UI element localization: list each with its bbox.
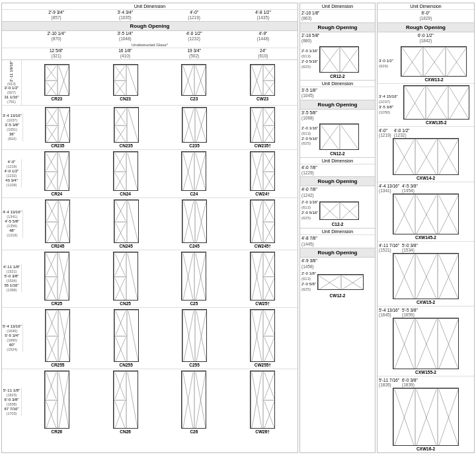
right-row-5: 5'-4 13/16" (1645) 5'-5 3/8" (1659) <box>377 306 474 376</box>
left-top-dim-1: 3'-4 3/4" (1035) <box>91 10 159 21</box>
left-row-2: 4'-0" (1219) 4'-0 1/2" (1232) 43 3/4" (1… <box>2 150 298 198</box>
svg-rect-105 <box>114 200 139 243</box>
svg-rect-230 <box>320 124 359 150</box>
svg-rect-128 <box>45 252 69 301</box>
right-row-3: 4'-4 13/16" (1341) 4'-5 3/8" (1354) <box>377 182 474 242</box>
svg-rect-49 <box>182 108 207 143</box>
svg-rect-64 <box>45 152 69 191</box>
left-row-1: 3'-4 13/16" (1037) 3'-5 3/8" (1051) 36" … <box>2 106 298 150</box>
left-row-0: 2'-11 19/16" (913) 3'-0 1/2" (927) 31 1/… <box>2 60 298 106</box>
left-unob-header: Unobstructed Glass* <box>2 42 298 48</box>
left-row-4: 4'-11 1/8" (1521) 5'-0 3/8" (1534) 55 1/… <box>2 250 298 308</box>
svg-rect-81 <box>182 152 206 191</box>
svg-rect-209 <box>182 371 206 429</box>
svg-rect-201 <box>114 371 138 429</box>
left-top-dim-2: 4'-0" (1219) <box>161 10 228 21</box>
svg-rect-17 <box>182 65 206 96</box>
svg-rect-235 <box>320 202 359 220</box>
window-cr23: CR23 <box>23 64 91 101</box>
window-cn23: CN23 <box>92 64 159 101</box>
left-top-dims-values: 2'-9 3/4" (857) 3'-4 3/4" (1035) 4'-0" (… <box>22 10 297 21</box>
right-row-0: 3'-0 1/2" (926) CXW13-2 <box>377 45 474 84</box>
left-rough-dims-row: 2'-10 1/4" (870) 3'-5 1/4" (1048) 4'-0 1… <box>2 31 298 42</box>
svg-rect-301 <box>393 388 459 446</box>
mid-group-2: Unit Dimension 4'-0 7/8" (1229) Rough Op… <box>300 158 375 229</box>
left-section: Unit Dimension 2'-9 3/4" (857) 3'-4 3/4"… <box>1 3 298 453</box>
right-row-2: 4'-0" (1219) 4'-0 1/2" (1232) <box>377 127 474 182</box>
window-cw23: CW23 <box>229 64 296 101</box>
left-top-dim-0: 2'-9 3/4" (857) <box>22 10 90 21</box>
left-unit-dim-header: Unit Dimension <box>2 3 298 10</box>
svg-rect-73 <box>114 152 138 191</box>
svg-rect-177 <box>182 310 207 362</box>
svg-rect-96 <box>46 200 70 243</box>
svg-rect-32 <box>46 108 70 143</box>
right-row-4: 4'-11 7/16" (1521) 5'-0 3/8" (1534) <box>377 242 474 306</box>
window-c23: C23 <box>161 64 228 101</box>
mid-group-0: Unit Dimension 2'-10 1/8" (863) Rough Op… <box>300 3 375 81</box>
left-top-dim-3: 4'-8 1/2" (1435) <box>229 10 297 21</box>
middle-section: Unit Dimension 2'-10 1/8" (863) Rough Op… <box>299 3 376 453</box>
mid-group-3: Unit Dimension 4'-8 7/8" (1445) Rough Op… <box>300 229 375 299</box>
left-top-spacer <box>3 10 22 21</box>
left-top-dims-row: 2'-9 3/4" (857) 3'-4 3/4" (1035) 4'-0" (… <box>2 10 298 21</box>
left-row-3: 4'-4 13/16" (1341) 4'-5 5/8" (1356) 48" … <box>2 198 298 250</box>
svg-rect-41 <box>114 108 139 143</box>
svg-rect-137 <box>114 252 138 301</box>
right-section: Unit Dimension 6'-0" (1829) Rough Openin… <box>377 3 475 453</box>
svg-rect-224 <box>320 47 359 73</box>
svg-rect-192 <box>45 371 69 429</box>
right-row-6: 5'-11 7/16" (1826) 6'-0 3/8" (1839) <box>377 376 474 452</box>
svg-rect-241 <box>318 275 364 290</box>
main-page: Unit Dimension 2'-9 3/4" (857) 3'-4 3/4"… <box>0 0 476 456</box>
mid-group-1: Unit Dimension 3'-5 1/8" (1045) Rough Op… <box>300 81 375 158</box>
left-rough-opening-header: Rough Opening <box>2 21 298 31</box>
left-row-5: 5'-4 13/16" (1646) 5'-5 3/4" (1660) 60" … <box>2 308 298 369</box>
right-row-1: 3'-4 15/16" (1037) 3'-5 3/8" (1050) C <box>377 84 474 127</box>
svg-rect-292 <box>393 318 459 369</box>
svg-rect-145 <box>182 252 206 301</box>
svg-rect-169 <box>114 310 139 362</box>
left-row-6: 5'-11 1/8" (1823) 6'-0 3/8" (1838) 67 7/… <box>2 369 298 435</box>
svg-rect-113 <box>182 200 207 243</box>
svg-rect-160 <box>46 310 70 362</box>
